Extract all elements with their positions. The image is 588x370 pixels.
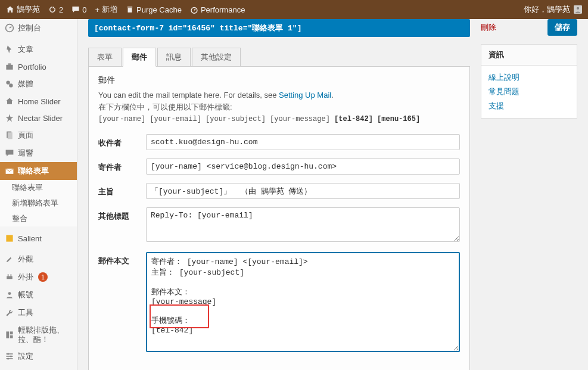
subject-input[interactable]	[146, 183, 460, 199]
svg-point-23	[7, 358, 9, 360]
info-box: 資訊 線上說明 常見問題 支援	[481, 44, 577, 119]
comments-link[interactable]: 0	[71, 5, 86, 14]
from-input[interactable]	[146, 158, 460, 175]
svg-point-8	[6, 80, 10, 84]
comment-icon	[71, 5, 80, 14]
avatar-icon	[574, 5, 582, 14]
mail-icon	[5, 166, 14, 176]
admin-sidebar: 控制台 文章 Portfolio 媒體 Home Slider Nectar S…	[0, 19, 77, 370]
pin-icon	[5, 45, 14, 54]
sidebar-item-users[interactable]: 帳號	[0, 286, 77, 304]
info-link-online-help[interactable]: 線上說明	[489, 70, 570, 85]
subject-label: 主旨	[98, 183, 146, 199]
svg-point-14	[8, 292, 11, 295]
row-subject: 主旨	[98, 183, 460, 199]
body-input[interactable]: 寄件者： [your-name] <[your-email]> 主旨： [you…	[146, 252, 460, 352]
brush-icon	[5, 254, 14, 264]
action-row: 刪除 儲存	[481, 19, 577, 36]
sidebar-sub-contact-forms-list[interactable]: 聯絡表單	[0, 180, 77, 195]
save-button[interactable]: 儲存	[547, 19, 577, 36]
sidebar-item-contact-forms[interactable]: 聯絡表單	[0, 162, 77, 180]
from-label: 寄件者	[98, 158, 146, 175]
plugin-update-badge: 1	[38, 272, 48, 282]
star-icon	[5, 113, 14, 123]
row-body: 郵件本文 寄件者： [your-name] <[your-email]> 主旨：…	[98, 252, 460, 354]
sidebar-item-media[interactable]: 媒體	[0, 75, 77, 93]
delete-link[interactable]: 刪除	[481, 22, 496, 33]
row-additional-headers: 其他標題 Reply-To: [your-email]	[98, 207, 460, 244]
sidebar-item-pages[interactable]: 頁面	[0, 126, 77, 144]
sidebar-item-home-slider[interactable]: Home Slider	[0, 93, 77, 110]
purge-cache-link[interactable]: Purge Cache	[126, 5, 182, 14]
sidebar-item-settings[interactable]: 設定	[0, 347, 77, 365]
performance-label: Performance	[201, 5, 245, 14]
svg-rect-16	[10, 331, 13, 334]
svg-rect-7	[8, 63, 11, 64]
updates-count: 2	[59, 5, 63, 14]
additional-headers-label: 其他標題	[98, 207, 146, 244]
sidebar-item-dashboard[interactable]: 控制台	[0, 19, 77, 37]
sidebar-item-tools[interactable]: 工具	[0, 304, 77, 322]
gauge-icon	[190, 5, 198, 14]
media-icon	[5, 79, 14, 89]
tab-mail[interactable]: 郵件	[123, 48, 156, 67]
new-link[interactable]: + 新增	[95, 4, 117, 15]
comments-count: 0	[82, 5, 86, 14]
svg-rect-1	[127, 7, 132, 7]
site-link[interactable]: 鵠學苑	[6, 4, 40, 15]
sidebar-sub-contact-forms-integration[interactable]: 整合	[0, 211, 77, 226]
main-layout: 控制台 文章 Portfolio 媒體 Home Slider Nectar S…	[0, 19, 588, 370]
sidebar-sub-contact-forms-new[interactable]: 新增聯絡表單	[0, 195, 77, 211]
home-slider-icon	[5, 97, 14, 106]
setting-up-mail-link[interactable]: Setting Up Mail	[279, 91, 331, 100]
mail-panel: 郵件 You can edit the mail template here. …	[88, 66, 470, 370]
sidebar-item-salient[interactable]: Salient	[0, 230, 77, 247]
sidebar-item-nectar-slider[interactable]: Nectar Slider	[0, 110, 77, 126]
briefcase-icon	[5, 62, 14, 71]
svg-rect-17	[10, 335, 13, 338]
info-link-support[interactable]: 支援	[489, 99, 570, 113]
content-area: [contact-form-7 id="16456" title="聯絡表單 1…	[77, 19, 481, 370]
sidebar-item-comments[interactable]: 迴響	[0, 144, 77, 162]
right-column: 刪除 儲存 資訊 線上說明 常見問題 支援	[481, 19, 588, 370]
admin-topbar: 鵠學苑 2 0 + 新增 Purge Cache Performance 你好，…	[0, 0, 588, 19]
panel-description: You can edit the mail template here. For…	[98, 91, 460, 100]
tag-hint: 在下方欄位中，可以使用以下郵件標籤:	[98, 102, 460, 113]
panel-title: 郵件	[98, 75, 460, 86]
sliders-icon	[5, 352, 14, 361]
plus-icon: +	[95, 5, 99, 14]
tab-additional[interactable]: 其他設定	[192, 48, 241, 67]
to-label: 收件者	[98, 134, 146, 150]
sidebar-item-portfolio[interactable]: Portfolio	[0, 58, 77, 75]
chat-icon	[5, 148, 14, 158]
sidebar-item-appearance[interactable]: 外觀	[0, 250, 77, 268]
topbar-left: 鵠學苑 2 0 + 新增 Purge Cache Performance	[6, 4, 245, 15]
greeting-text: 你好，鵠學苑	[524, 4, 570, 15]
tab-messages[interactable]: 訊息	[157, 48, 191, 67]
additional-headers-input[interactable]: Reply-To: [your-email]	[146, 207, 460, 242]
svg-point-21	[7, 353, 9, 355]
updates-link[interactable]: 2	[48, 5, 63, 14]
tab-form[interactable]: 表單	[88, 48, 122, 67]
svg-rect-15	[6, 331, 9, 338]
sidebar-item-easy-layout[interactable]: 輕鬆排版拖、拉、酷！	[0, 322, 77, 347]
info-link-faq[interactable]: 常見問題	[489, 85, 570, 99]
performance-link[interactable]: Performance	[190, 5, 245, 14]
refresh-icon	[48, 5, 57, 14]
sidebar-item-plugins[interactable]: 外掛1	[0, 268, 77, 286]
svg-rect-11	[8, 132, 13, 139]
row-to: 收件者	[98, 134, 460, 150]
panel-tabs: 表單 郵件 訊息 其他設定	[88, 48, 470, 67]
purge-cache-label: Purge Cache	[136, 5, 182, 14]
home-icon	[6, 5, 14, 14]
dashboard-icon	[5, 23, 14, 33]
sidebar-item-posts[interactable]: 文章	[0, 41, 77, 58]
to-input[interactable]	[146, 134, 460, 150]
shortcode-display[interactable]: [contact-form-7 id="16456" title="聯絡表單 1…	[88, 19, 470, 37]
page-icon	[5, 130, 14, 140]
svg-point-4	[577, 7, 579, 10]
new-label: 新增	[102, 4, 117, 15]
svg-rect-13	[6, 235, 13, 241]
info-box-title: 資訊	[481, 45, 577, 66]
topbar-right[interactable]: 你好，鵠學苑	[524, 4, 582, 15]
